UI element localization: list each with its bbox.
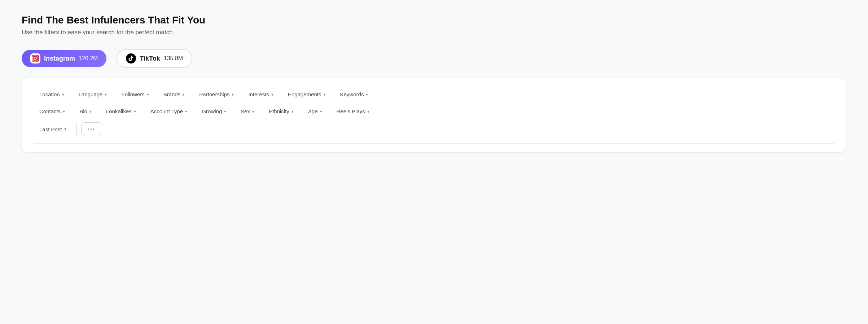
filter-account-type[interactable]: Account Type ▾ bbox=[145, 105, 193, 117]
chevron-down-icon: ▾ bbox=[89, 109, 92, 114]
divider bbox=[34, 143, 834, 144]
filters-row-1: Location ▾ Language ▾ Followers ▾ Brands… bbox=[34, 88, 834, 100]
svg-point-2 bbox=[37, 57, 38, 57]
filter-language[interactable]: Language ▾ bbox=[73, 88, 113, 100]
filter-last-post[interactable]: Last Post ▾ bbox=[34, 123, 72, 135]
chevron-down-icon: ▾ bbox=[224, 109, 226, 114]
chevron-down-icon: ▾ bbox=[252, 109, 254, 114]
filter-brands[interactable]: Brands ▾ bbox=[158, 88, 191, 100]
filter-growing[interactable]: Growing ▾ bbox=[196, 105, 232, 117]
chevron-down-icon: ▾ bbox=[64, 127, 66, 132]
tiktok-button[interactable]: TikTok 135.8M bbox=[117, 49, 192, 68]
filter-sex[interactable]: Sex ▾ bbox=[235, 105, 260, 117]
chevron-down-icon: ▾ bbox=[183, 92, 185, 97]
filter-engagements[interactable]: Engagements ▾ bbox=[282, 88, 332, 100]
separator bbox=[76, 124, 77, 135]
chevron-down-icon: ▾ bbox=[271, 92, 273, 97]
instagram-count: 120.2M bbox=[79, 55, 98, 62]
filter-keywords[interactable]: Keywords ▾ bbox=[334, 88, 374, 100]
chevron-down-icon: ▾ bbox=[185, 109, 187, 114]
chevron-down-icon: ▾ bbox=[62, 92, 64, 97]
filter-lookalikes[interactable]: Lookalikes ▾ bbox=[100, 105, 142, 117]
chevron-down-icon: ▾ bbox=[367, 109, 369, 114]
chevron-down-icon: ▾ bbox=[134, 109, 136, 114]
more-filters-button[interactable]: ··· bbox=[81, 122, 102, 136]
platform-row: Instagram 120.2M TikTok 135.8M bbox=[22, 49, 846, 68]
tiktok-count: 135.8M bbox=[164, 55, 183, 62]
chevron-down-icon: ▾ bbox=[366, 92, 368, 97]
filter-ethnicity[interactable]: Ethnicity ▾ bbox=[263, 105, 299, 117]
chevron-down-icon: ▾ bbox=[232, 92, 234, 97]
instagram-button[interactable]: Instagram 120.2M bbox=[22, 50, 106, 67]
filter-interests[interactable]: Interests ▾ bbox=[242, 88, 279, 100]
filters-card: Location ▾ Language ▾ Followers ▾ Brands… bbox=[22, 78, 846, 153]
filter-age[interactable]: Age ▾ bbox=[302, 105, 328, 117]
chevron-down-icon: ▾ bbox=[291, 109, 294, 114]
chevron-down-icon: ▾ bbox=[63, 109, 65, 114]
instagram-label: Instagram bbox=[44, 55, 75, 62]
page-title: Find The Best Infulencers That Fit You bbox=[22, 14, 846, 26]
filters-row-3: Last Post ▾ ··· bbox=[34, 122, 834, 136]
filters-row-2: Contacts ▾ Bio ▾ Lookalikes ▾ Account Ty… bbox=[34, 105, 834, 117]
chevron-down-icon: ▾ bbox=[320, 109, 322, 114]
filter-partnerships[interactable]: Partnerships ▾ bbox=[193, 88, 240, 100]
filter-reels-plays[interactable]: Reels Plays ▾ bbox=[331, 105, 375, 117]
filter-contacts[interactable]: Contacts ▾ bbox=[34, 105, 71, 117]
tiktok-label: TikTok bbox=[140, 55, 160, 62]
instagram-icon bbox=[30, 53, 40, 64]
page-subtitle: Use the filters to ease your search for … bbox=[22, 29, 846, 36]
chevron-down-icon: ▾ bbox=[105, 92, 107, 97]
filter-followers[interactable]: Followers ▾ bbox=[115, 88, 154, 100]
chevron-down-icon: ▾ bbox=[324, 92, 326, 97]
tiktok-icon bbox=[126, 53, 136, 64]
page-header: Find The Best Infulencers That Fit You U… bbox=[22, 14, 846, 36]
filter-bio[interactable]: Bio ▾ bbox=[74, 105, 97, 117]
chevron-down-icon: ▾ bbox=[147, 92, 149, 97]
filter-location[interactable]: Location ▾ bbox=[34, 88, 70, 100]
